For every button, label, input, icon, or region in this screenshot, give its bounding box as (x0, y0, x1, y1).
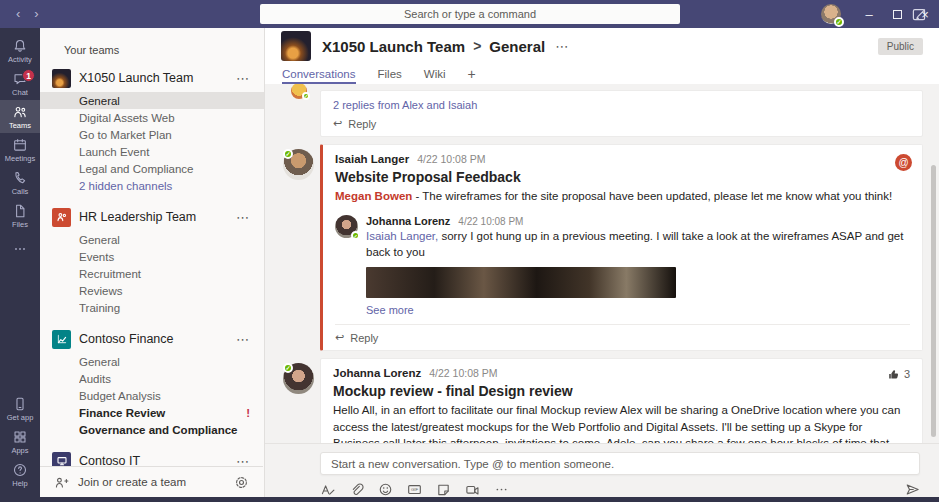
reply-arrow-icon: ↩ (335, 331, 344, 344)
mention-badge-icon: @ (895, 154, 912, 171)
reaction-count[interactable]: 3 (888, 368, 910, 380)
rail-item-more[interactable] (0, 232, 40, 265)
forward-icon[interactable]: › (34, 0, 38, 28)
reply-arrow-icon: ↩ (333, 117, 342, 130)
help-icon (12, 462, 28, 478)
rail-item-teams[interactable]: Teams (0, 100, 40, 133)
message-author[interactable]: Johanna Lorenz (333, 367, 421, 379)
close-button[interactable]: × (911, 0, 939, 28)
minimize-button[interactable]: – (855, 0, 883, 28)
phone-icon (12, 170, 28, 186)
rail-item-chat[interactable]: Chat 1 (0, 67, 40, 100)
avatar[interactable] (283, 363, 314, 394)
title-bar: ‹ › – × (0, 0, 939, 28)
close-icon: × (921, 7, 929, 22)
channel-audits[interactable]: Audits (40, 370, 264, 387)
more-options-icon[interactable]: ⋯ (236, 332, 250, 347)
maximize-icon (893, 10, 902, 19)
mention-link[interactable]: Isaiah Langer, (366, 230, 438, 242)
see-more-link[interactable]: See more (366, 304, 910, 316)
importance-icon: ! (246, 407, 250, 419)
send-icon[interactable] (905, 482, 920, 497)
embedded-image[interactable] (366, 267, 676, 298)
file-icon (12, 203, 28, 219)
thumbs-up-icon (888, 368, 900, 380)
rail-item-activity[interactable]: Activity (0, 34, 40, 67)
team-row-x1050[interactable]: X1050 Launch Team ⋯ (40, 64, 264, 92)
new-conversation-input[interactable] (320, 452, 920, 475)
channel-title[interactable]: General (489, 38, 545, 55)
presence-available-icon (283, 149, 293, 159)
tab-wiki[interactable]: Wiki (424, 68, 446, 84)
maximize-button[interactable] (883, 0, 911, 28)
team-group-finance: Contoso Finance ⋯ General Audits Budget … (40, 325, 264, 438)
avatar (291, 84, 307, 99)
rail-item-get-app[interactable]: Get app (0, 392, 40, 425)
teams-sidebar: Your teams X1050 Launch Team ⋯ General D… (40, 28, 265, 497)
rail-label: Get app (7, 413, 34, 422)
channel-recruitment[interactable]: Recruitment (40, 265, 264, 282)
rail-item-files[interactable]: Files (0, 199, 40, 232)
rail-item-meetings[interactable]: Meetings (0, 133, 40, 166)
avatar[interactable] (335, 215, 358, 238)
apps-grid-icon (12, 429, 28, 445)
channel-general[interactable]: General (40, 92, 264, 109)
presence-available-icon (351, 231, 360, 240)
channel-events[interactable]: Events (40, 248, 264, 265)
team-row-finance[interactable]: Contoso Finance ⋯ (40, 325, 264, 353)
channel-training[interactable]: Training (40, 299, 264, 316)
more-options-icon[interactable]: ⋯ (236, 210, 250, 225)
more-options-icon[interactable]: ⋯ (236, 71, 250, 86)
vertical-scrollbar[interactable] (931, 165, 936, 437)
attach-icon[interactable] (349, 482, 364, 497)
format-icon[interactable] (320, 482, 335, 497)
thread-card: 2 replies from Alex and Isaiah ↩ Reply (320, 90, 923, 137)
join-or-create-team-button[interactable]: Join or create a team (78, 476, 234, 488)
channel-digital-assets-web[interactable]: Digital Assets Web (40, 109, 264, 126)
reply-button[interactable]: ↩ Reply (335, 325, 910, 344)
channel-budget-analysis[interactable]: Budget Analysis (40, 387, 264, 404)
channel-general[interactable]: General (40, 353, 264, 370)
channel-general[interactable]: General (40, 231, 264, 248)
calendar-icon (12, 137, 28, 153)
more-options-icon[interactable] (494, 482, 509, 497)
reply-author[interactable]: Johanna Lorenz (366, 215, 450, 227)
gif-icon[interactable]: GIF (407, 482, 422, 497)
channel-legal-and-compliance[interactable]: Legal and Compliance (40, 160, 264, 177)
team-row-hr[interactable]: HR Leadership Team ⋯ (40, 203, 264, 231)
rail-item-calls[interactable]: Calls (0, 166, 40, 199)
user-avatar[interactable] (821, 4, 841, 24)
team-title[interactable]: X1050 Launch Team (322, 38, 465, 55)
rail-item-apps[interactable]: Apps (0, 425, 40, 458)
message-author[interactable]: Isaiah Langer (335, 153, 409, 165)
reply-button[interactable]: ↩ Reply (333, 111, 910, 130)
message-body: Megan Bowen - The wireframes for the sit… (335, 188, 910, 205)
rail-item-help[interactable]: Help (0, 458, 40, 491)
channel-reviews[interactable]: Reviews (40, 282, 264, 299)
hidden-channels-link[interactable]: 2 hidden channels (40, 177, 264, 194)
settings-gear-icon[interactable] (234, 475, 249, 490)
channel-go-to-market-plan[interactable]: Go to Market Plan (40, 126, 264, 143)
thread-replies-link[interactable]: 2 replies from Alex and Isaiah (333, 97, 910, 111)
add-tab-button[interactable]: + (468, 68, 476, 84)
more-options-icon[interactable]: ⋯ (555, 39, 569, 54)
teams-people-icon (12, 104, 28, 120)
rail-bottom: Get app Apps Help (0, 392, 40, 491)
back-icon[interactable]: ‹ (16, 0, 20, 28)
meet-now-camera-icon[interactable] (465, 482, 480, 497)
tab-conversations[interactable]: Conversations (282, 68, 356, 84)
rail-label: Teams (9, 121, 31, 130)
emoji-icon[interactable] (378, 482, 393, 497)
team-group-hr: HR Leadership Team ⋯ General Events Recr… (40, 203, 264, 316)
mention-name[interactable]: Megan Bowen (335, 190, 412, 202)
channel-governance-and-compliance[interactable]: Governance and Compliance (40, 421, 264, 438)
window-bottom-edge (0, 497, 939, 502)
sticker-icon[interactable] (436, 482, 451, 497)
channel-finance-review[interactable]: Finance Review! (40, 404, 264, 421)
message-timestamp: 4/22 10:08 PM (417, 153, 485, 165)
channel-launch-event[interactable]: Launch Event (40, 143, 264, 160)
search-input[interactable] (260, 4, 680, 24)
avatar[interactable] (283, 149, 314, 180)
tab-files[interactable]: Files (378, 68, 402, 84)
avatar-column (283, 144, 320, 351)
